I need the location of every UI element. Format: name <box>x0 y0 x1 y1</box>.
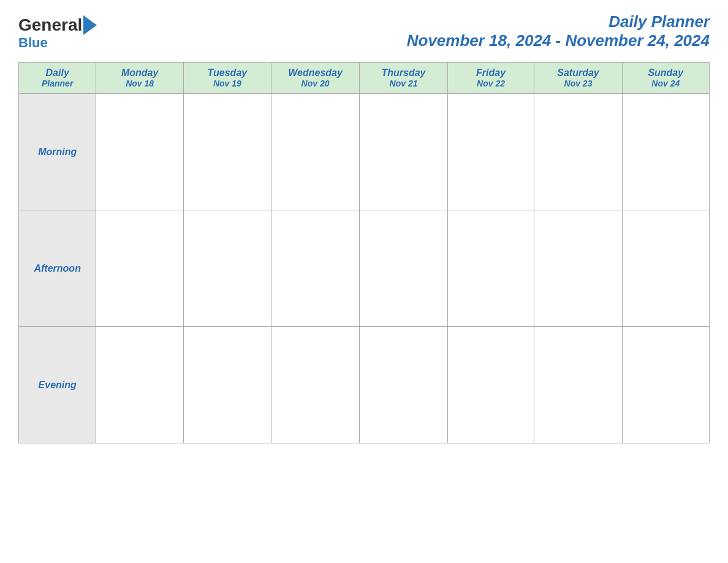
date-range: November 18, 2024 - November 24, 2024 <box>407 31 710 50</box>
morning-sunday-cell[interactable] <box>622 94 709 210</box>
col0-line2: Planner <box>21 79 93 88</box>
afternoon-label: Afternoon <box>19 210 96 327</box>
evening-thursday-cell[interactable] <box>360 327 447 443</box>
evening-wednesday-cell[interactable] <box>271 327 360 443</box>
page-header: General Blue Daily Planner November 18, … <box>18 12 710 51</box>
tuesday-label: Tuesday <box>186 67 268 79</box>
morning-label: Morning <box>19 94 96 210</box>
afternoon-thursday-cell[interactable] <box>360 210 447 327</box>
saturday-label: Saturday <box>537 67 619 79</box>
saturday-date: Nov 23 <box>537 79 619 88</box>
wednesday-date: Nov 20 <box>274 79 357 88</box>
evening-sunday-cell[interactable] <box>622 327 709 443</box>
tuesday-date: Nov 19 <box>186 79 268 88</box>
wednesday-label: Wednesday <box>274 67 357 79</box>
evening-friday-cell[interactable] <box>447 327 534 443</box>
afternoon-saturday-cell[interactable] <box>534 210 622 327</box>
col0-line1: Daily <box>21 67 93 79</box>
evening-tuesday-cell[interactable] <box>183 327 271 443</box>
friday-date: Nov 22 <box>450 79 532 88</box>
title-block: Daily Planner November 18, 2024 - Novemb… <box>407 12 710 50</box>
morning-saturday-cell[interactable] <box>534 94 622 210</box>
evening-label: Evening <box>19 327 96 443</box>
header-col-monday: Monday Nov 18 <box>96 63 184 94</box>
sunday-label: Sunday <box>625 67 707 79</box>
header-row: Daily Planner Monday Nov 18 Tuesday Nov … <box>19 63 710 94</box>
evening-saturday-cell[interactable] <box>534 327 622 443</box>
morning-friday-cell[interactable] <box>447 94 534 210</box>
logo-general-text: General <box>18 17 82 34</box>
afternoon-friday-cell[interactable] <box>447 210 534 327</box>
evening-row: Evening <box>19 327 710 443</box>
logo-blue-text: Blue <box>18 35 98 51</box>
morning-wednesday-cell[interactable] <box>271 94 360 210</box>
afternoon-row: Afternoon <box>19 210 710 327</box>
monday-label: Monday <box>99 67 181 79</box>
logo: General Blue <box>18 12 98 51</box>
morning-monday-cell[interactable] <box>96 94 184 210</box>
header-col-tuesday: Tuesday Nov 19 <box>183 63 271 94</box>
thursday-date: Nov 21 <box>362 79 444 88</box>
header-col-friday: Friday Nov 22 <box>447 63 534 94</box>
header-col-saturday: Saturday Nov 23 <box>534 63 622 94</box>
logo-triangle-icon <box>83 15 97 35</box>
page-title: Daily Planner <box>407 12 710 31</box>
header-col-label: Daily Planner <box>19 63 96 94</box>
monday-date: Nov 18 <box>99 79 181 88</box>
afternoon-tuesday-cell[interactable] <box>183 210 271 327</box>
header-col-thursday: Thursday Nov 21 <box>360 63 447 94</box>
afternoon-monday-cell[interactable] <box>96 210 184 327</box>
morning-thursday-cell[interactable] <box>360 94 447 210</box>
morning-tuesday-cell[interactable] <box>183 94 271 210</box>
header-col-sunday: Sunday Nov 24 <box>622 63 709 94</box>
evening-monday-cell[interactable] <box>96 327 184 443</box>
morning-row: Morning <box>19 94 710 210</box>
afternoon-wednesday-cell[interactable] <box>271 210 360 327</box>
afternoon-sunday-cell[interactable] <box>622 210 709 327</box>
planner-table: Daily Planner Monday Nov 18 Tuesday Nov … <box>18 62 710 443</box>
thursday-label: Thursday <box>362 67 444 79</box>
friday-label: Friday <box>450 67 532 79</box>
sunday-date: Nov 24 <box>625 79 707 88</box>
header-col-wednesday: Wednesday Nov 20 <box>271 63 360 94</box>
